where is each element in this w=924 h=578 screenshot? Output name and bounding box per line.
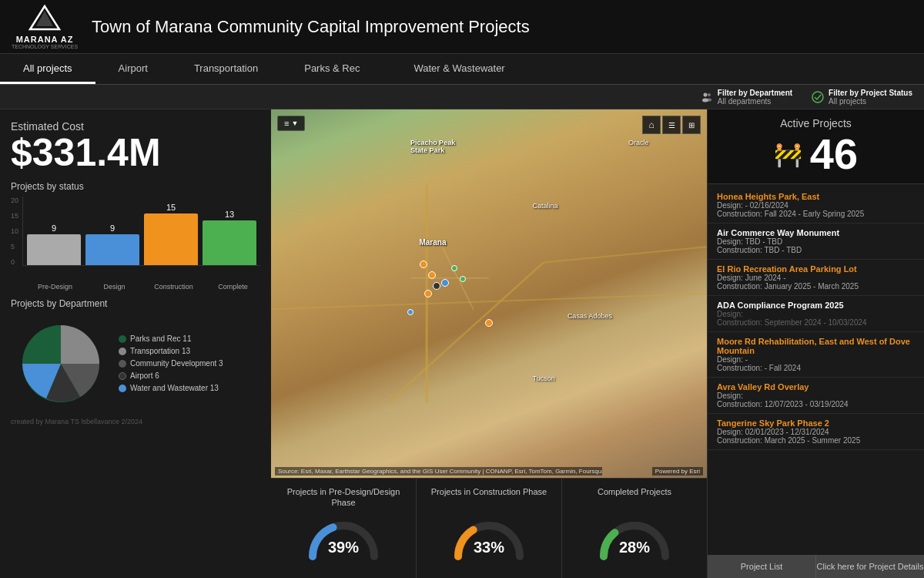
map-home-btn[interactable]: ⌂ — [642, 116, 661, 134]
project-name-honea: Honea Heights Park, East — [717, 192, 915, 201]
list-item-tangerine[interactable]: Tangerine Sky Park Phase 2 Design: 02/01… — [708, 414, 924, 450]
nav-item-water[interactable]: Water & Wastewater — [383, 54, 535, 84]
project-name-el-rio: El Rio Recreation Area Parking Lot — [717, 264, 915, 274]
bar-label-construction: Construction — [146, 283, 201, 291]
bar-construction: 15 — [144, 203, 198, 265]
bar-design: 9 — [85, 223, 139, 265]
filter-dept-value: All departments — [718, 97, 792, 106]
stat-construction: Projects in Construction Phase 33% — [417, 479, 562, 578]
svg-point-8 — [812, 92, 823, 102]
header-title: Town of Marana Community Capital Improve… — [92, 17, 530, 37]
list-item-el-rio[interactable]: El Rio Recreation Area Parking Lot Desig… — [708, 260, 924, 296]
map-list-btn[interactable]: ☰ — [662, 116, 681, 134]
main-content: Estimated Cost $331.4M Projects by statu… — [0, 109, 924, 578]
logo-icon — [24, 5, 66, 34]
legend-water: Water and Wastewater 13 — [119, 384, 223, 392]
projects-by-status: Projects by status 20 15 10 5 0 9 — [11, 181, 260, 291]
map-container[interactable]: Picacho PeakState Park Marana Catalina C… — [271, 109, 707, 478]
nav-item-parks[interactable]: Parks & Rec — [281, 54, 383, 84]
project-construction-honea: Construction: Fall 2024 - Early Spring 2… — [717, 210, 915, 218]
filter-department[interactable]: Filter by Department All departments — [701, 89, 792, 106]
logo-area: MARANA AZ TECHNOLOGY SERVICES — [12, 5, 78, 49]
map-layers-btn[interactable]: ≡▼ — [277, 116, 305, 131]
project-name-ada: ADA Compliance Program 2025 — [717, 301, 915, 310]
svg-point-4 — [703, 92, 707, 96]
stat-predesign-title: Projects in Pre-Design/Design Phase — [277, 486, 410, 509]
nav-bar: All projects Airport Transportation Park… — [0, 54, 924, 85]
y-label-20: 20 — [11, 197, 18, 204]
filter-status[interactable]: Filter by Project Status All projects — [812, 89, 912, 106]
stat-predesign: Projects in Pre-Design/Design Phase 39% — [271, 479, 417, 578]
svg-line-13 — [271, 294, 707, 309]
list-item-air-commerce[interactable]: Air Commerce Way Monument Design: TBD - … — [708, 223, 924, 260]
project-dot-9 — [407, 309, 413, 315]
bottom-bar: Project List Click here for Project Deta… — [708, 555, 924, 578]
projects-dept-title: Projects by Department — [11, 298, 260, 309]
people-icon — [701, 91, 713, 103]
projects-by-dept: Projects by Department — [11, 298, 260, 425]
y-label-0: 0 — [11, 258, 18, 266]
gauge-construction-pct: 33% — [474, 539, 504, 556]
y-label-15: 15 — [11, 212, 18, 220]
legend-parks: Parks and Rec 11 — [119, 334, 223, 343]
project-list: Honea Heights Park, East Design: - 02/16… — [708, 184, 924, 555]
svg-point-7 — [707, 98, 711, 101]
project-dot-6 — [460, 276, 466, 282]
legend-transportation: Transportation 13 — [119, 347, 223, 355]
filter-status-label: Filter by Project Status — [829, 89, 912, 97]
project-design-ada: Design: — [717, 310, 915, 318]
project-design-el-rio: Design: June 2024 - — [717, 274, 915, 282]
cone-icon: 🚧 — [774, 141, 802, 168]
nav-item-all-projects[interactable]: All projects — [0, 54, 95, 84]
list-item-avra[interactable]: Avra Valley Rd Overlay Design: Construct… — [708, 378, 924, 414]
project-name-avra: Avra Valley Rd Overlay — [717, 382, 915, 391]
gauge-predesign-pct: 39% — [328, 539, 359, 556]
svg-marker-1 — [36, 11, 53, 26]
gauge-complete-pct: 28% — [619, 539, 650, 556]
header: MARANA AZ TECHNOLOGY SERVICES Town of Ma… — [0, 0, 924, 54]
svg-point-6 — [708, 93, 711, 96]
active-projects-count: 46 — [810, 133, 858, 176]
checkmark-icon — [812, 91, 824, 103]
project-dot-4 — [441, 279, 449, 287]
filter-bar: Filter by Department All departments Fil… — [0, 85, 924, 109]
legend-community: Community Development 3 — [119, 359, 223, 368]
svg-line-12 — [544, 247, 707, 262]
bar-label-predesign: Pre-Design — [28, 283, 82, 291]
projects-status-title: Projects by status — [11, 181, 260, 192]
stat-complete-title: Completed Projects — [598, 486, 671, 509]
list-item-moore[interactable]: Moore Rd Rehabilitation, East and West o… — [708, 332, 924, 378]
stat-complete: Completed Projects 28% — [562, 479, 707, 578]
nav-item-transportation[interactable]: Transportation — [171, 54, 281, 84]
list-item-ada[interactable]: ADA Compliance Program 2025 Design: Cons… — [708, 296, 924, 332]
map-section: Picacho PeakState Park Marana Catalina C… — [271, 109, 707, 578]
project-dot-2 — [428, 271, 436, 279]
project-design-moore: Design: - — [717, 355, 915, 364]
active-projects-title: Active Projects — [717, 117, 915, 129]
project-details-btn[interactable]: Click here for Project Details — [816, 555, 924, 578]
project-construction-ada: Construction: September 2024 - 10/03/202… — [717, 318, 915, 327]
left-panel: Estimated Cost $331.4M Projects by statu… — [0, 109, 271, 578]
map-source: Source: Esri, Maxar, Earthstar Geographi… — [275, 467, 602, 476]
stat-construction-title: Projects in Construction Phase — [431, 486, 547, 509]
project-name-air-commerce: Air Commerce Way Monument — [717, 228, 915, 237]
project-construction-avra: Construction: 12/07/2023 - 03/19/2024 — [717, 400, 915, 408]
map-grid-btn[interactable]: ⊞ — [682, 116, 701, 134]
project-construction-el-rio: Construction: January 2025 - March 2025 — [717, 282, 915, 291]
bar-predesign: 9 — [27, 223, 81, 265]
project-name-tangerine: Tangerine Sky Park Phase 2 — [717, 418, 915, 428]
project-dot-8 — [485, 319, 493, 327]
project-design-honea: Design: - 02/16/2024 — [717, 201, 915, 210]
bar-label-complete: Complete — [206, 283, 260, 291]
estimated-cost-value: $331.4M — [11, 133, 260, 173]
project-list-btn[interactable]: Project List — [708, 555, 816, 578]
project-design-tangerine: Design: 02/01/2023 - 12/31/2024 — [717, 428, 915, 436]
project-design-air-commerce: Design: TBD - TBD — [717, 237, 915, 246]
dept-pie-chart — [11, 314, 111, 414]
bar-complete: 13 — [203, 210, 256, 265]
filter-status-value: All projects — [829, 97, 912, 106]
list-item-honea[interactable]: Honea Heights Park, East Design: - 02/16… — [708, 187, 924, 223]
y-label-5: 5 — [11, 243, 18, 250]
nav-item-airport[interactable]: Airport — [95, 54, 171, 84]
bar-label-design: Design — [87, 283, 142, 291]
